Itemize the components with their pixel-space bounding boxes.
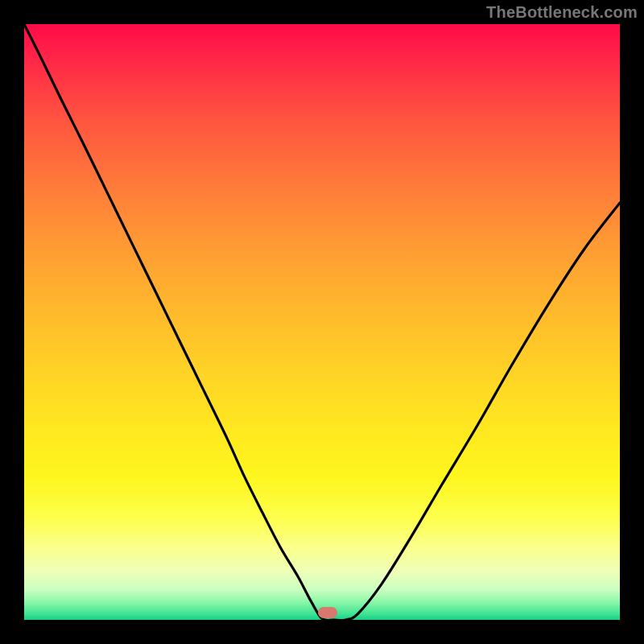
plot-area <box>24 24 620 620</box>
chart-frame: TheBottleneck.com <box>0 0 644 644</box>
optimal-marker <box>318 607 337 618</box>
watermark-label: TheBottleneck.com <box>486 3 638 22</box>
bottleneck-curve <box>24 24 620 620</box>
